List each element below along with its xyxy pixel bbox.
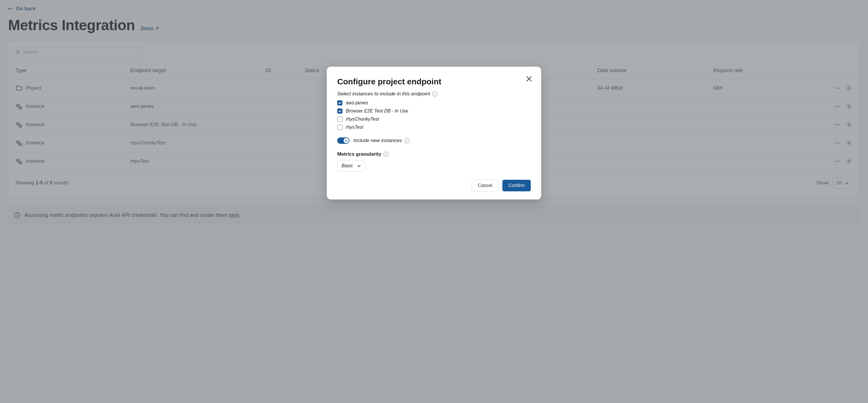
modal-title: Configure project endpoint: [337, 77, 531, 86]
instance-checkbox-row: rhysChonkyTest: [337, 117, 531, 122]
instance-checkbox-row: rhysTest: [337, 125, 531, 130]
granularity-label: Metrics granularity: [337, 151, 381, 157]
info-icon[interactable]: i: [383, 152, 389, 157]
instance-checkbox[interactable]: [337, 125, 342, 130]
close-button[interactable]: [526, 76, 532, 82]
info-icon[interactable]: i: [404, 138, 409, 143]
check-icon: [345, 139, 348, 142]
instance-checkbox-row: aws-james: [337, 100, 531, 106]
instance-label: rhysTest: [346, 125, 363, 130]
instance-checkbox[interactable]: [337, 100, 342, 106]
include-new-label: Include new instances: [353, 138, 402, 144]
granularity-select[interactable]: Basic: [337, 160, 365, 172]
modal-subtitle: Select instances to include in this endp…: [337, 91, 430, 97]
instance-checkbox[interactable]: [337, 109, 342, 114]
configure-endpoint-modal: Configure project endpoint Select instan…: [327, 67, 541, 199]
confirm-button[interactable]: Confirm: [502, 180, 531, 191]
include-new-toggle[interactable]: [337, 138, 349, 144]
instance-label: Browser E2E Test DB - In Use: [346, 109, 408, 114]
granularity-value: Basic: [342, 163, 353, 168]
instance-checkbox-row: Browser E2E Test DB - In Use: [337, 109, 531, 114]
instance-checkbox[interactable]: [337, 117, 342, 122]
instance-label: rhysChonkyTest: [346, 117, 379, 122]
chevron-down-icon: [357, 164, 361, 168]
close-icon: [526, 76, 532, 82]
instance-label: aws-james: [346, 100, 368, 106]
modal-overlay[interactable]: Configure project endpoint Select instan…: [0, 0, 868, 230]
info-icon[interactable]: i: [432, 91, 437, 96]
cancel-button[interactable]: Cancel: [472, 180, 498, 191]
